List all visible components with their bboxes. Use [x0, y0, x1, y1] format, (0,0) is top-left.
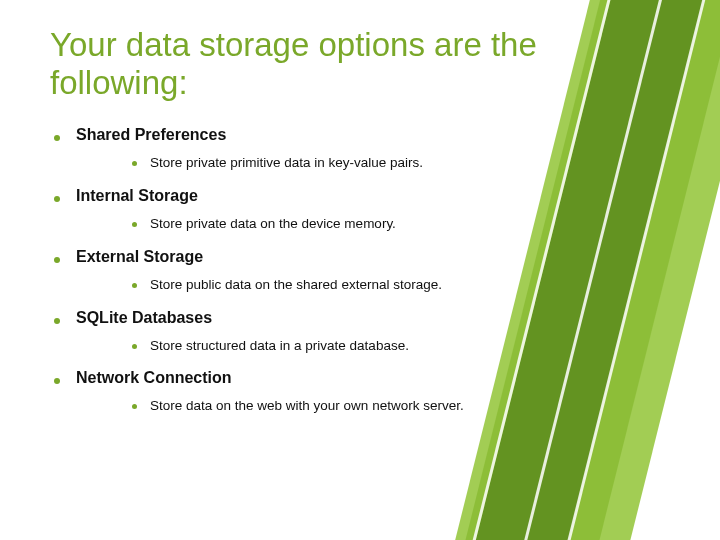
- option-label: Shared Preferences: [76, 126, 226, 143]
- list-item: Store private primitive data in key-valu…: [132, 154, 670, 173]
- option-label: Network Connection: [76, 369, 232, 386]
- option-label: SQLite Databases: [76, 309, 212, 326]
- option-label: Internal Storage: [76, 187, 198, 204]
- slide-title: Your data storage options are the follow…: [50, 26, 590, 102]
- list-item: Store private data on the device memory.: [132, 215, 670, 234]
- bullet-icon: [54, 196, 60, 202]
- slide: Your data storage options are the follow…: [0, 0, 720, 540]
- option-description: Store data on the web with your own netw…: [150, 398, 464, 413]
- option-description: Store structured data in a private datab…: [150, 338, 409, 353]
- option-description: Store public data on the shared external…: [150, 277, 442, 292]
- list-item: External Storage Store public data on th…: [50, 248, 670, 295]
- bullet-icon: [54, 318, 60, 324]
- sub-list: Store structured data in a private datab…: [132, 337, 670, 356]
- bullet-icon: [54, 257, 60, 263]
- bullet-icon: [54, 378, 60, 384]
- bullet-icon: [54, 135, 60, 141]
- sub-list: Store data on the web with your own netw…: [132, 397, 670, 416]
- bullet-icon: [132, 344, 137, 349]
- option-description: Store private primitive data in key-valu…: [150, 155, 423, 170]
- list-item: Store public data on the shared external…: [132, 276, 670, 295]
- list-item: Shared Preferences Store private primiti…: [50, 126, 670, 173]
- bullet-icon: [132, 283, 137, 288]
- sub-list: Store private data on the device memory.: [132, 215, 670, 234]
- list-item: Network Connection Store data on the web…: [50, 369, 670, 416]
- bullet-icon: [132, 222, 137, 227]
- list-item: Internal Storage Store private data on t…: [50, 187, 670, 234]
- bullet-icon: [132, 404, 137, 409]
- option-label: External Storage: [76, 248, 203, 265]
- sub-list: Store public data on the shared external…: [132, 276, 670, 295]
- bullet-icon: [132, 161, 137, 166]
- sub-list: Store private primitive data in key-valu…: [132, 154, 670, 173]
- storage-options-list: Shared Preferences Store private primiti…: [50, 126, 670, 416]
- list-item: Store structured data in a private datab…: [132, 337, 670, 356]
- option-description: Store private data on the device memory.: [150, 216, 396, 231]
- list-item: SQLite Databases Store structured data i…: [50, 309, 670, 356]
- list-item: Store data on the web with your own netw…: [132, 397, 670, 416]
